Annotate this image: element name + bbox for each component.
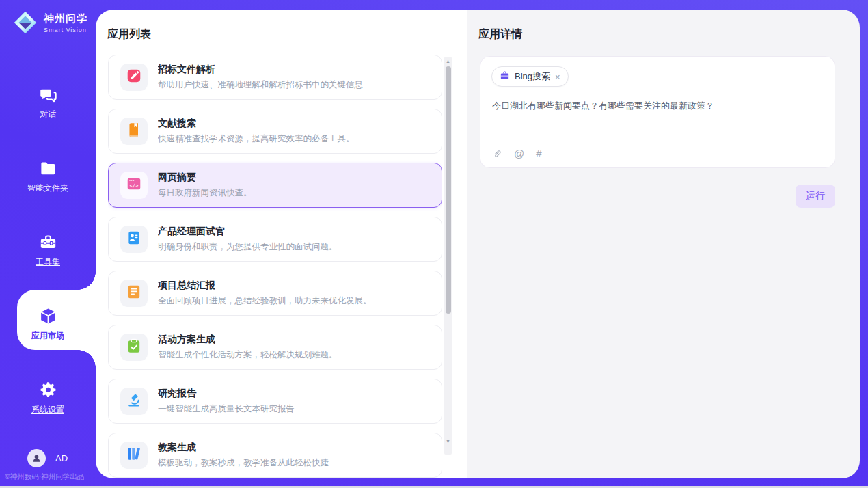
clipboard-check-icon bbox=[126, 338, 142, 357]
app-list-panel: 应用列表 招标文件解析帮助用户快速、准确地理解和解析招标书中的关键信息文献搜索快… bbox=[96, 10, 467, 478]
app-icon-chip bbox=[120, 388, 148, 415]
app-card[interactable]: 研究报告一键智能生成高质量长文本研究报告 bbox=[108, 379, 442, 424]
app-title: 产品经理面试官 bbox=[158, 226, 338, 238]
app-desc: 帮助用户快速、准确地理解和解析招标书中的关键信息 bbox=[158, 79, 363, 91]
sidebar-nav: 对话智能文件夹工具集应用市场系统设置 bbox=[0, 66, 96, 435]
main-content: 应用列表 招标文件解析帮助用户快速、准确地理解和解析招标书中的关键信息文献搜索快… bbox=[96, 10, 860, 478]
app-desc: 一键智能生成高质量长文本研究报告 bbox=[158, 403, 295, 415]
scrollbar[interactable]: ▲ ▼ bbox=[444, 57, 452, 455]
app-title: 网页摘要 bbox=[158, 172, 252, 184]
app-desc: 全面回顾项目进展，总结经验教训，助力未来优化发展。 bbox=[158, 295, 372, 307]
app-card-list: 招标文件解析帮助用户快速、准确地理解和解析招标书中的关键信息文献搜索快速精准查找… bbox=[108, 55, 442, 478]
svg-text:</>: </> bbox=[130, 182, 139, 189]
app-desc: 智能生成个性化活动方案，轻松解决规划难题。 bbox=[158, 349, 338, 361]
app-window: 神州问学 Smart Vision 对话智能文件夹工具集应用市场系统设置 AD … bbox=[0, 0, 868, 488]
user-avatar-icon bbox=[27, 449, 46, 467]
scroll-up-icon[interactable]: ▲ bbox=[444, 57, 452, 65]
at-icon[interactable]: @ bbox=[514, 148, 524, 159]
webpage-code-icon: </> bbox=[126, 176, 142, 195]
scroll-down-icon[interactable]: ▼ bbox=[444, 437, 452, 445]
app-title: 活动方案生成 bbox=[158, 334, 338, 346]
app-title: 研究报告 bbox=[158, 388, 295, 400]
composer-toolbar: @# bbox=[491, 148, 542, 159]
sidebar-item-智能文件夹[interactable]: 智能文件夹 bbox=[0, 139, 96, 213]
sidebar-item-应用市场[interactable]: 应用市场 bbox=[0, 287, 96, 361]
cube-icon bbox=[39, 307, 57, 325]
folder-icon bbox=[39, 159, 57, 178]
app-list-title: 应用列表 bbox=[107, 27, 151, 42]
sidebar-item-label: 工具集 bbox=[36, 256, 60, 268]
user-account[interactable]: AD bbox=[27, 449, 68, 467]
sidebar-item-label: 应用市场 bbox=[31, 330, 64, 342]
run-button[interactable]: 运行 bbox=[796, 185, 835, 208]
app-icon-chip bbox=[120, 442, 148, 469]
sidebar-item-label: 智能文件夹 bbox=[27, 182, 68, 194]
sidebar-item-系统设置[interactable]: 系统设置 bbox=[0, 361, 96, 435]
app-desc: 每日政府新闻资讯快查。 bbox=[158, 187, 252, 199]
app-icon-chip bbox=[120, 64, 148, 91]
microscope-icon bbox=[126, 392, 142, 411]
app-desc: 模板驱动，教案秒成，教学准备从此轻松快捷 bbox=[158, 457, 329, 469]
app-card[interactable]: 教案生成模板驱动，教案秒成，教学准备从此轻松快捷 bbox=[108, 433, 442, 478]
app-card[interactable]: 招标文件解析帮助用户快速、准确地理解和解析招标书中的关键信息 bbox=[108, 55, 442, 100]
gear-icon bbox=[39, 381, 57, 399]
app-detail-title: 应用详情 bbox=[478, 27, 522, 42]
book-icon bbox=[126, 122, 142, 141]
logo-subtitle: Smart Vision bbox=[44, 27, 87, 33]
memo-icon bbox=[126, 284, 142, 303]
app-icon-chip bbox=[120, 226, 148, 253]
copyright-footer: ©神州数码·神州问学出品 bbox=[5, 472, 84, 482]
prompt-card: Bing搜索 × 今日湖北有哪些新闻要点？有哪些需要关注的最新政策？ @# bbox=[480, 56, 835, 168]
app-icon-chip: </> bbox=[120, 172, 148, 199]
hash-icon[interactable]: # bbox=[536, 148, 541, 159]
scrollbar-thumb[interactable] bbox=[446, 66, 451, 314]
tool-tag-label: Bing搜索 bbox=[515, 70, 550, 83]
app-title: 招标文件解析 bbox=[158, 64, 363, 76]
app-title: 项目总结汇报 bbox=[158, 280, 372, 292]
query-text[interactable]: 今日湖北有哪些新闻要点？有哪些需要关注的最新政策？ bbox=[492, 99, 821, 113]
app-card[interactable]: 产品经理面试官明确身份和职责，为您提供专业性的面试问题。 bbox=[108, 217, 442, 262]
user-name: AD bbox=[55, 453, 68, 463]
app-logo: 神州问学 Smart Vision bbox=[12, 10, 87, 36]
app-desc: 明确身份和职责，为您提供专业性的面试问题。 bbox=[158, 241, 338, 253]
app-icon-chip bbox=[120, 280, 148, 307]
app-card[interactable]: 活动方案生成智能生成个性化活动方案，轻松解决规划难题。 bbox=[108, 325, 442, 370]
logo-title: 神州问学 bbox=[44, 12, 87, 25]
app-icon-chip bbox=[120, 334, 148, 361]
app-detail-panel: 应用详情 Bing搜索 × 今日湖北有哪些新闻要点？有哪些需要关注的最新政策？ … bbox=[467, 10, 860, 478]
app-card[interactable]: 文献搜索快速精准查找学术资源，提高研究效率的必备工具。 bbox=[108, 109, 442, 154]
doc-edit-icon bbox=[126, 68, 142, 87]
chat-icon bbox=[39, 85, 57, 104]
toolbox-icon bbox=[39, 233, 57, 252]
paperclip-icon[interactable] bbox=[491, 148, 502, 159]
sidebar-item-对话[interactable]: 对话 bbox=[0, 66, 96, 139]
app-icon-chip bbox=[120, 118, 148, 145]
close-icon[interactable]: × bbox=[555, 72, 560, 81]
briefcase-icon bbox=[500, 70, 510, 83]
sidebar: 神州问学 Smart Vision 对话智能文件夹工具集应用市场系统设置 AD … bbox=[0, 0, 96, 488]
app-card[interactable]: 项目总结汇报全面回顾项目进展，总结经验教训，助力未来优化发展。 bbox=[108, 271, 442, 316]
app-title: 教案生成 bbox=[158, 442, 329, 454]
app-card[interactable]: </>网页摘要每日政府新闻资讯快查。 bbox=[108, 163, 442, 208]
app-desc: 快速精准查找学术资源，提高研究效率的必备工具。 bbox=[158, 133, 355, 145]
interviewer-icon bbox=[126, 230, 142, 249]
app-title: 文献搜索 bbox=[158, 118, 355, 130]
diamond-logo-icon bbox=[12, 10, 38, 36]
sidebar-item-label: 对话 bbox=[40, 109, 56, 120]
sidebar-item-label: 系统设置 bbox=[31, 404, 64, 416]
books-icon bbox=[126, 446, 142, 465]
tool-tag-bing-search[interactable]: Bing搜索 × bbox=[491, 66, 569, 87]
